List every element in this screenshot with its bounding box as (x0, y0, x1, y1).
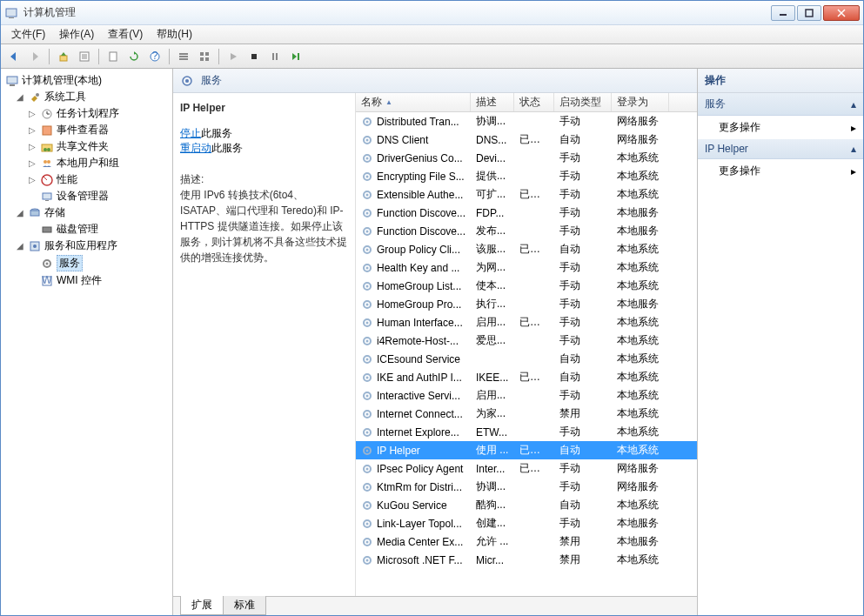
service-row[interactable]: Encrypting File S...提供...手动本地系统 (356, 167, 697, 185)
service-row[interactable]: HomeGroup List...使本...手动本地系统 (356, 277, 697, 295)
service-row[interactable]: Internet Explore...ETW...手动本地系统 (356, 423, 697, 441)
view-list-icon[interactable] (174, 47, 193, 66)
list-body[interactable]: Distributed Tran...协调...手动网络服务DNS Client… (356, 112, 697, 596)
gear-icon (361, 134, 373, 146)
play-button[interactable] (224, 47, 243, 66)
export-button[interactable] (104, 47, 123, 66)
svg-point-40 (47, 148, 50, 151)
tree-device-manager[interactable]: 设备管理器 (3, 188, 171, 204)
column-status[interactable]: 状态 (514, 93, 554, 111)
service-row[interactable]: Human Interface...启用...已启动手动本地系统 (356, 313, 697, 331)
svg-rect-37 (43, 126, 51, 135)
expand-icon[interactable]: ▷ (27, 125, 37, 135)
column-logon[interactable]: 登录为 (612, 93, 669, 111)
service-row[interactable]: Interactive Servi...启用...手动本地系统 (356, 386, 697, 405)
tree-shared-folders[interactable]: ▷共享文件夹 (3, 138, 171, 155)
service-row[interactable]: Function Discove...发布...手动本地服务 (356, 222, 697, 240)
service-row[interactable]: Microsoft .NET F...Micr...禁用本地系统 (356, 551, 697, 569)
actions-more-2[interactable]: 更多操作 ▸ (698, 159, 863, 183)
service-row[interactable]: KuGou Service酷狗...自动本地系统 (356, 496, 697, 514)
service-row[interactable]: Extensible Authe...可扩...已启动手动本地系统 (356, 185, 697, 204)
menu-file[interactable]: 文件(F) (4, 25, 52, 44)
restart-service-link[interactable]: 重启动 (180, 142, 211, 154)
tree-wmi[interactable]: WWMI 控件 (3, 272, 171, 289)
service-row[interactable]: DNS ClientDNS...已启动自动网络服务 (356, 131, 697, 149)
restart-button[interactable] (286, 47, 305, 66)
properties-button[interactable] (75, 47, 94, 66)
menu-action[interactable]: 操作(A) (52, 25, 101, 44)
svg-point-97 (366, 467, 369, 470)
column-desc[interactable]: 描述 (471, 93, 514, 111)
back-button[interactable] (4, 47, 23, 66)
help-button[interactable]: ? (145, 47, 164, 66)
up-button[interactable] (54, 47, 73, 66)
menu-help[interactable]: 帮助(H) (150, 25, 199, 44)
tab-standard[interactable]: 标准 (223, 596, 266, 615)
expand-icon[interactable]: ▷ (27, 175, 37, 184)
tree-services[interactable]: 服务 (3, 254, 171, 272)
svg-rect-24 (205, 57, 209, 61)
gear-icon (361, 116, 373, 128)
event-icon (40, 124, 54, 137)
column-name[interactable]: 名称▲ (356, 93, 471, 111)
service-row[interactable]: IP Helper使用 ...已启动自动本地系统 (356, 441, 697, 459)
svg-point-83 (366, 339, 369, 342)
refresh-button[interactable] (124, 47, 144, 66)
service-row[interactable]: KtmRm for Distri...协调...手动网络服务 (356, 478, 697, 496)
view-detail-icon[interactable] (195, 47, 214, 66)
expand-icon[interactable]: ▷ (27, 142, 37, 151)
service-row[interactable]: i4Remote-Host-...爱思...手动本地系统 (356, 331, 697, 350)
service-row[interactable]: IKE and AuthIP I...IKEE...已启动自动本地系统 (356, 368, 697, 386)
service-name: Interactive Servi... (377, 390, 460, 402)
service-row[interactable]: DriverGenius Co...Devi...手动本地系统 (356, 149, 697, 167)
service-row[interactable]: Function Discove...FDP...手动本地服务 (356, 204, 697, 222)
tree-local-users[interactable]: ▷本地用户和组 (3, 155, 171, 171)
svg-point-103 (366, 522, 369, 525)
service-name: ICEsound Service (377, 353, 460, 365)
wrench-icon (28, 90, 42, 104)
stop-button[interactable] (244, 47, 264, 66)
service-row[interactable]: Health Key and ...为网...手动本地系统 (356, 258, 697, 277)
pause-button[interactable] (265, 47, 285, 66)
tree-system-tools[interactable]: ◢系统工具 (3, 89, 171, 105)
expand-icon[interactable]: ▷ (27, 158, 37, 168)
actions-group-services[interactable]: 服务 ▴ (698, 93, 863, 116)
service-row[interactable]: Group Policy Cli...该服...已启动自动本地系统 (356, 240, 697, 258)
service-desc: 使本... (471, 278, 514, 293)
minimize-button[interactable] (771, 5, 795, 21)
tree-disk-mgmt[interactable]: 磁盘管理 (3, 221, 171, 238)
stop-service-link[interactable]: 停止 (180, 127, 201, 139)
actions-group-iphelper[interactable]: IP Helper ▴ (698, 139, 863, 159)
column-start[interactable]: 启动类型 (554, 93, 612, 111)
service-logon: 网络服务 (612, 479, 669, 494)
service-row[interactable]: IPsec Policy AgentInter...已启动手动网络服务 (356, 459, 697, 478)
tree-task-scheduler[interactable]: ▷任务计划程序 (3, 105, 171, 122)
tree-performance[interactable]: ▷性能 (3, 171, 171, 188)
expand-icon[interactable]: ▷ (27, 109, 37, 118)
service-row[interactable]: Media Center Ex...允许 ...禁用本地服务 (356, 532, 697, 551)
service-row[interactable]: Link-Layer Topol...创建...手动本地服务 (356, 514, 697, 532)
maximize-button[interactable] (797, 5, 821, 21)
service-desc: 该服... (471, 242, 514, 257)
tree-root[interactable]: 计算机管理(本地) (3, 72, 171, 89)
service-name: KuGou Service (377, 499, 447, 512)
tree-event-viewer[interactable]: ▷事件查看器 (3, 122, 171, 138)
perf-icon (40, 173, 54, 187)
collapse-icon[interactable]: ◢ (15, 208, 25, 218)
menu-view[interactable]: 查看(V) (101, 25, 150, 44)
tree-storage[interactable]: ◢存储 (3, 204, 171, 221)
collapse-icon[interactable]: ◢ (15, 241, 25, 251)
service-row[interactable]: Internet Connect...为家...禁用本地系统 (356, 405, 697, 423)
tab-extended[interactable]: 扩展 (180, 596, 224, 615)
service-row[interactable]: ICEsound Service自动本地系统 (356, 350, 697, 368)
svg-marker-15 (134, 51, 136, 55)
collapse-icon[interactable]: ◢ (15, 92, 25, 102)
tree-services-apps[interactable]: ◢服务和应用程序 (3, 238, 171, 254)
service-row[interactable]: Distributed Tran...协调...手动网络服务 (356, 112, 697, 131)
forward-button[interactable] (25, 47, 44, 66)
actions-more-1[interactable]: 更多操作 ▸ (698, 116, 863, 139)
service-row[interactable]: HomeGroup Pro...执行...手动本地服务 (356, 295, 697, 313)
svg-point-69 (366, 211, 369, 214)
tabs: 扩展 标准 (173, 596, 697, 615)
close-button[interactable] (823, 5, 860, 21)
